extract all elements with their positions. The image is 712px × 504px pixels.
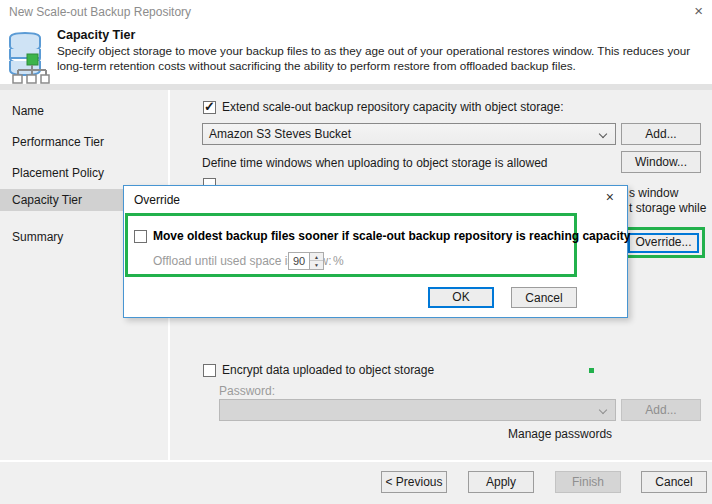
window-title: New Scale-out Backup Repository	[9, 5, 191, 19]
title-bar: New Scale-out Backup Repository ×	[0, 0, 712, 24]
override-button-annotation-box	[621, 227, 705, 258]
apply-button[interactable]: Apply	[468, 471, 534, 493]
password-dropdown	[219, 399, 616, 421]
override-dialog-title: Override	[134, 193, 180, 207]
spinner-down-icon: ▼	[310, 261, 323, 269]
step-title: Capacity Tier	[57, 28, 135, 42]
override-close-icon[interactable]: ×	[606, 189, 614, 205]
occluded-text-fragment: s window	[629, 186, 678, 200]
object-storage-dropdown-value: Amazon S3 Steves Bucket	[209, 127, 351, 141]
move-oldest-checkbox[interactable]	[134, 230, 147, 243]
add-object-storage-button[interactable]: Add...	[621, 123, 701, 145]
annotation-green-dot	[589, 368, 594, 373]
object-storage-dropdown[interactable]: Amazon S3 Steves Bucket	[202, 123, 616, 145]
move-oldest-label: Move oldest backup files sooner if scale…	[153, 229, 630, 243]
offload-unit-label: %	[333, 254, 344, 268]
override-ok-button[interactable]: OK	[428, 287, 494, 308]
offload-value-input: 90	[288, 252, 310, 270]
override-cancel-button[interactable]: Cancel	[511, 287, 577, 308]
encrypt-checkbox[interactable]	[203, 364, 216, 377]
chevron-down-icon	[599, 406, 607, 414]
spinner-up-icon: ▲	[310, 253, 323, 261]
wizard-header: Capacity Tier Specify object storage to …	[0, 24, 712, 84]
occluded-text-fragment: t storage while	[629, 201, 706, 215]
offload-spinner: ▲ ▼	[310, 252, 324, 270]
sidebar-item-performance-tier[interactable]: Performance Tier	[0, 131, 168, 153]
finish-button: Finish	[555, 471, 621, 493]
sidebar-item-name[interactable]: Name	[0, 100, 168, 122]
password-label: Password:	[219, 384, 275, 398]
override-dialog: Override × Move oldest backup files soon…	[123, 185, 628, 318]
footer-cancel-button[interactable]: Cancel	[641, 471, 707, 493]
chevron-down-icon	[599, 130, 607, 138]
password-add-button: Add...	[621, 399, 701, 421]
encrypt-label: Encrypt data uploaded to object storage	[222, 363, 434, 377]
extend-capacity-label: Extend scale-out backup repository capac…	[222, 100, 564, 114]
window-button[interactable]: Window...	[621, 151, 701, 173]
close-icon[interactable]: ×	[694, 2, 703, 19]
checkmark-icon: ✓	[204, 99, 215, 114]
scale-out-repository-icon	[6, 30, 50, 84]
manage-passwords-link[interactable]: Manage passwords	[508, 427, 612, 441]
step-description: Specify object storage to move your back…	[57, 43, 709, 73]
sidebar-item-placement-policy[interactable]: Placement Policy	[0, 162, 168, 184]
wizard-window: New Scale-out Backup Repository × Capaci…	[0, 0, 712, 504]
extend-capacity-checkbox[interactable]: ✓	[203, 101, 216, 114]
time-window-label: Define time windows when uploading to ob…	[202, 156, 548, 170]
previous-button[interactable]: < Previous	[381, 471, 447, 493]
